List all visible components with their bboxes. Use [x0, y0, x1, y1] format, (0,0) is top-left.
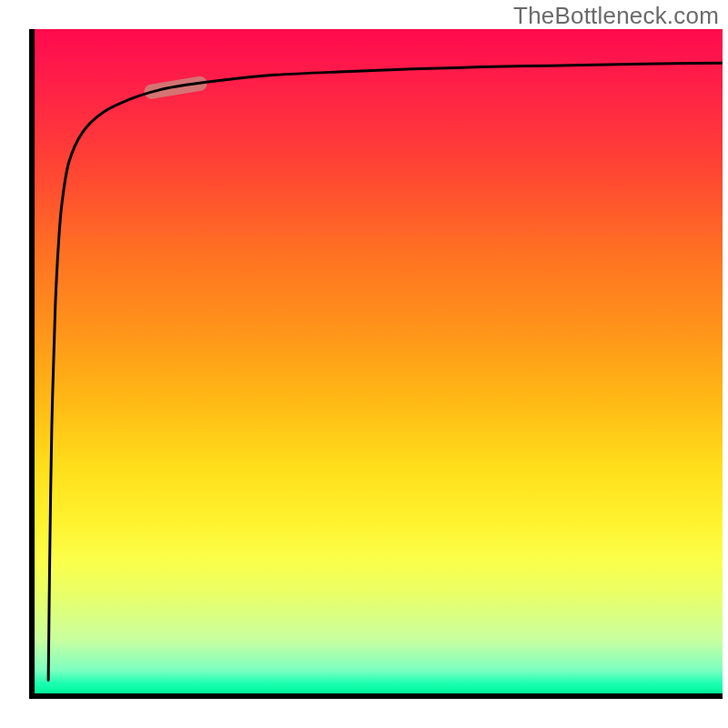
axis-x [29, 693, 723, 699]
bottleneck-curve [48, 63, 723, 680]
curve-layer [35, 29, 723, 693]
watermark-text: TheBottleneck.com [513, 2, 719, 30]
chart-container: TheBottleneck.com [0, 0, 728, 728]
